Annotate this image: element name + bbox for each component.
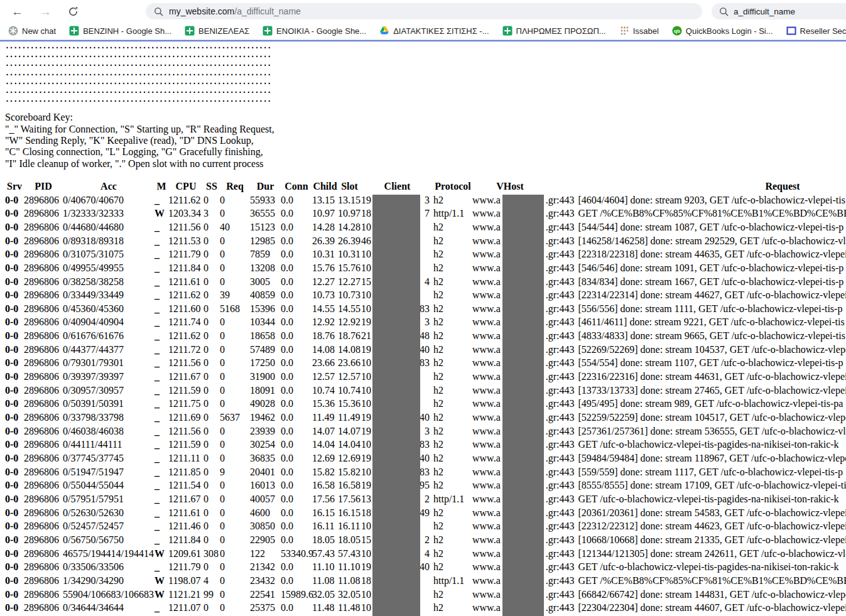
bookmark-item[interactable]: ΠΛΗΡΩΜΕΣ ΠΡΟΣΩΠ... [502, 26, 606, 36]
cell-srv: 0-0 [5, 207, 24, 220]
cell-ss: 4 [203, 574, 220, 588]
table-row: 0-0 2896806 0/33798/33798 _ 1211.69 0 56… [5, 411, 846, 424]
search-box[interactable]: a_difficult_name [712, 3, 846, 19]
bookmark-item[interactable]: qb QuickBooks Login - Si... [672, 26, 773, 36]
vhost-prefix: www.a [472, 371, 501, 382]
cell-srv: 0-0 [5, 193, 24, 207]
cell-cpu: 1211.79 [168, 560, 203, 574]
bookmark-item[interactable]: BENZINH - Google Sh... [69, 26, 171, 36]
cell-child: 12.57 [312, 370, 338, 384]
cell-mode: _ [155, 465, 168, 479]
scoreboard-dots-line: ........................................… [5, 41, 846, 50]
cell-protocol: h2 [433, 343, 472, 357]
cell-mode: _ [155, 506, 168, 520]
cell-child: 15.76 [312, 261, 338, 275]
back-button[interactable]: ← [11, 6, 23, 18]
scoreboard-dots-line: ........................................… [5, 50, 846, 59]
search-value: a_difficult_name [734, 7, 795, 16]
header-vhost: VHost [472, 180, 548, 193]
cell-acc: 1/32333/32333 [63, 207, 155, 220]
url-host: my_website.com [169, 6, 234, 16]
cell-acc: 1/34290/34290 [63, 574, 155, 588]
client-ip-fragment-right: 40 [420, 451, 430, 465]
bookmark-item[interactable]: ΒΕΝΙΖΕΛΕΑΣ [185, 26, 249, 36]
cell-req: 0 [220, 478, 250, 492]
cell-conn: 0.0 [281, 302, 312, 316]
cell-pid: 2896806 [24, 288, 63, 302]
vhost-suffix: .gr:443 [546, 534, 575, 545]
cell-ss: 0 [203, 560, 220, 574]
vhost-suffix: .gr:443 [546, 589, 575, 600]
client-ip-fragment-left: 15 [361, 533, 371, 547]
refresh-button[interactable] [68, 6, 79, 17]
cell-conn: 53340.9 [281, 547, 312, 561]
cell-conn: 0.0 [281, 478, 312, 492]
cell-ss: 0 [203, 384, 220, 397]
cell-cpu: 1211.62 [168, 288, 203, 302]
cell-ss: 0 [203, 465, 220, 479]
cell-mode: _ [155, 329, 168, 343]
cell-protocol: http/1.1 [433, 574, 472, 588]
client-ip-fragment-right: 3 [425, 424, 430, 438]
cell-dur: 25375 [250, 601, 281, 615]
request-text: [546/546] done: stream 1091, GET /ufc-o-… [578, 262, 844, 273]
bookmark-item[interactable]: Issabel [619, 26, 659, 36]
worker-status-table: Srv PID Acc M CPU SS Req Dur Conn Child … [5, 180, 846, 615]
bookmark-item[interactable]: New chat [8, 26, 56, 36]
cell-pid: 2896806 [24, 438, 63, 451]
cell-dur: 40859 [250, 288, 281, 302]
cell-req: 0 [220, 519, 250, 533]
cell-cpu: 1211.07 [168, 601, 203, 615]
cell-mode: _ [155, 601, 168, 615]
bookmark-item[interactable]: Reseller Section [786, 26, 846, 36]
cell-acc: 0/33798/33798 [63, 411, 155, 424]
cell-srv: 0-0 [5, 315, 24, 329]
cell-conn: 0.0 [281, 560, 312, 574]
client-ip-fragment-right: 48 [420, 329, 430, 343]
cell-child: 10.31 [312, 247, 338, 261]
client-ip-fragment-left: 10 [361, 465, 371, 479]
cell-dur: 21342 [250, 560, 281, 574]
cell-pid: 2896806 [24, 574, 63, 588]
cell-pid: 2896806 [24, 506, 63, 520]
table-row: 0-0 2896806 0/34644/34644 _ 1211.07 0 0 … [5, 601, 846, 615]
cell-dur: 23432 [250, 574, 281, 588]
cell-dur: 22905 [250, 533, 281, 547]
address-bar[interactable]: my_website.com/a_difficult_name [146, 3, 702, 19]
header-client: Client [361, 180, 433, 193]
request-text: GET /ufc-o-blachowicz-vlepei-tis-pagides… [578, 494, 839, 504]
cell-child: 17.56 [312, 492, 338, 506]
table-row: 0-0 2896806 0/46038/46038 _ 1211.56 0 0 … [5, 424, 846, 438]
request-text: [556/556] done: stream 1111, GET /ufc-o-… [578, 303, 843, 314]
cell-pid: 2896806 [24, 451, 63, 465]
cell-slot: 15.82 [338, 465, 361, 479]
cell-conn: 0.0 [281, 315, 312, 329]
header-acc: Acc [63, 180, 155, 193]
cell-child: 10.73 [312, 288, 338, 302]
cell-srv: 0-0 [5, 302, 24, 316]
cell-pid: 2896806 [24, 315, 63, 329]
cell-acc: 0/33506/33506 [63, 560, 155, 574]
bookmarks-bar: New chat BENZINH - Google Sh... ΒΕΝΙΖΕΛΕ… [0, 23, 846, 40]
bookmark-item[interactable]: ENOIKIA - Google She... [263, 26, 366, 36]
client-ip-fragment-right: 40 [420, 411, 430, 424]
cell-pid: 2896806 [24, 343, 63, 357]
table-row: 0-0 2896806 0/55044/55044 _ 1211.54 0 0 … [5, 478, 846, 492]
table-row: 0-0 2896806 0/31075/31075 _ 1211.79 0 0 … [5, 247, 846, 261]
cell-pid: 2896806 [24, 220, 63, 234]
cell-cpu: 1209.61 [168, 547, 203, 561]
cell-child: 14.55 [312, 302, 338, 316]
cell-mode: _ [155, 356, 168, 370]
cell-dur: 18658 [250, 329, 281, 343]
cell-protocol: h2 [433, 302, 472, 316]
cell-dur: 13208 [250, 261, 281, 275]
table-row: 0-0 2896806 0/79301/79301 _ 1211.56 0 0 … [5, 356, 846, 370]
cell-ss: 0 [203, 234, 220, 248]
drive-icon [379, 26, 389, 36]
cell-dur: 23939 [250, 424, 281, 438]
bookmark-item[interactable]: ΔΙΑΤΑΚΤΙΚΕΣ ΣΙΤΙΣΗΣ -... [379, 26, 489, 36]
client-ip-fragment-right: 83 [420, 356, 430, 370]
cell-conn: 0.0 [281, 247, 312, 261]
client-ip-fragment-right: 83 [420, 302, 430, 316]
forward-button[interactable]: → [40, 6, 52, 18]
